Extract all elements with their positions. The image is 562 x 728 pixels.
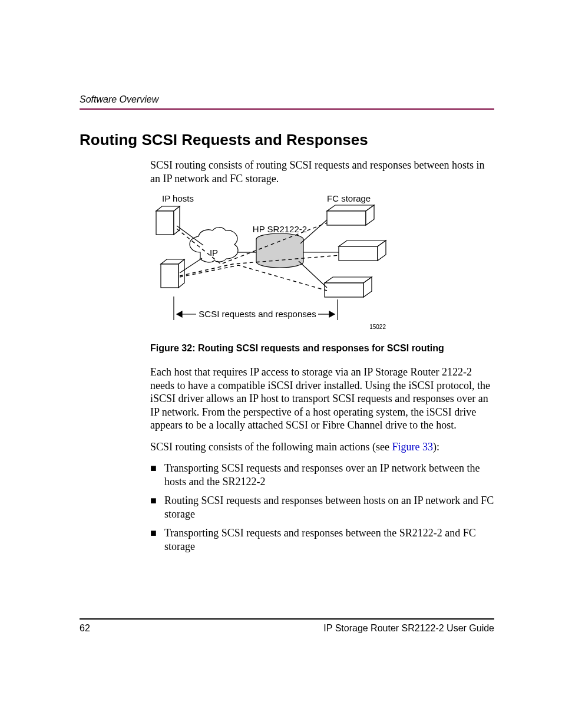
svg-rect-1 xyxy=(156,211,174,235)
fc-storage-box xyxy=(339,241,386,261)
list-item: ■Transporting SCSI requests and response… xyxy=(150,526,494,553)
arrow-right xyxy=(318,311,335,317)
list-item-text: Routing SCSI requests and responses betw… xyxy=(164,494,494,521)
running-head: Software Overview xyxy=(80,94,494,105)
connection-line xyxy=(299,261,327,288)
svg-rect-17 xyxy=(325,283,363,297)
label-fc-storage: FC storage xyxy=(327,193,371,203)
bullet-icon: ■ xyxy=(150,462,164,475)
svg-rect-14 xyxy=(339,246,378,261)
list-item: ■Transporting SCSI requests and response… xyxy=(150,462,494,488)
fc-storage-box xyxy=(327,205,374,225)
list-item-text: Transporting SCSI requests and responses… xyxy=(164,462,494,488)
label-scsi: SCSI requests and responses xyxy=(199,309,316,319)
svg-rect-11 xyxy=(327,211,366,225)
label-device: HP SR2122-2 xyxy=(253,224,307,234)
label-ip: IP xyxy=(210,248,218,258)
figure-caption: Figure 32: Routing SCSI requests and res… xyxy=(150,343,494,354)
intro-paragraph: SCSI routing consists of routing SCSI re… xyxy=(150,159,494,185)
bullet-list: ■Transporting SCSI requests and response… xyxy=(150,462,494,553)
arrow-left xyxy=(177,311,196,317)
list-item: ■Routing SCSI requests and responses bet… xyxy=(150,494,494,521)
page-footer: 62 IP Storage Router SR2122-2 User Guide xyxy=(80,618,494,634)
section-heading: Routing SCSI Requests and Responses xyxy=(80,131,494,149)
svg-rect-7 xyxy=(256,239,303,262)
ip-host-box xyxy=(161,259,184,288)
bullet-icon: ■ xyxy=(150,494,164,508)
ip-host-box xyxy=(156,206,180,235)
page-number: 62 xyxy=(80,623,90,634)
text-fragment: SCSI routing consists of the following m… xyxy=(150,441,392,453)
diagram-id: 15022 xyxy=(369,324,386,330)
svg-marker-5 xyxy=(178,259,184,288)
bullet-icon: ■ xyxy=(150,526,164,540)
router-cylinder xyxy=(256,233,303,268)
list-item-text: Transporting SCSI requests and responses… xyxy=(164,526,494,553)
footer-rule xyxy=(80,618,494,620)
text-fragment: ): xyxy=(433,441,439,453)
cross-reference-link[interactable]: Figure 33 xyxy=(392,441,433,453)
doc-title: IP Storage Router SR2122-2 User Guide xyxy=(323,623,494,634)
fc-storage-box xyxy=(325,277,372,297)
svg-marker-22 xyxy=(329,311,335,317)
svg-marker-20 xyxy=(177,311,182,317)
svg-rect-4 xyxy=(161,264,178,288)
label-ip-hosts: IP hosts xyxy=(162,193,194,203)
header-rule xyxy=(80,108,494,110)
figure-diagram: IP hosts FC storage IP xyxy=(150,193,494,337)
body-paragraph: SCSI routing consists of the following m… xyxy=(150,440,494,454)
body-paragraph: Each host that requires IP access to sto… xyxy=(150,365,494,432)
